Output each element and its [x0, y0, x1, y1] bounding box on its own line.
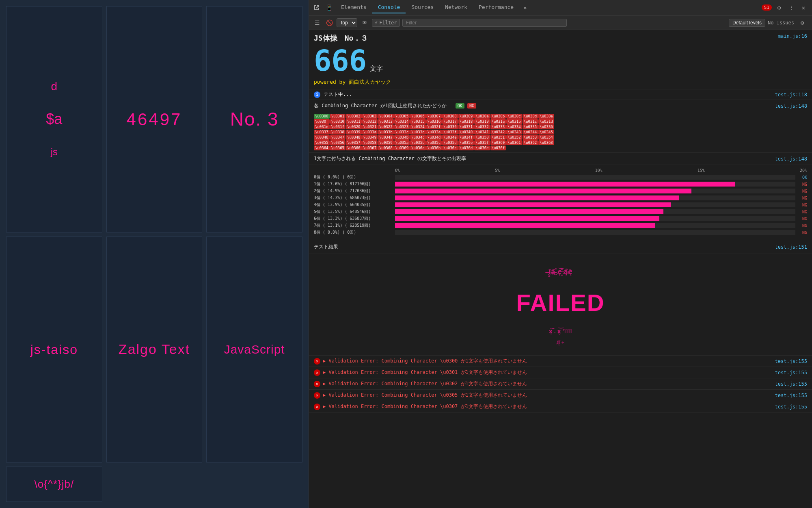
section1-link[interactable]: test.js:148	[775, 103, 807, 109]
grid-cell: \u0333	[490, 124, 506, 129]
grid-row: \u0300\u0301\u0302\u0303\u0304\u0305\u03…	[314, 114, 807, 119]
grid-cell: \u036f	[490, 145, 506, 150]
test-results-link[interactable]: test.js:151	[775, 244, 807, 250]
grid-cell: \u0356	[330, 140, 346, 145]
grid-cell: \u0369	[394, 145, 410, 150]
grid-cell: \u0349	[362, 135, 378, 140]
chart-bar	[395, 195, 679, 200]
title-line: JS体操 No．３ main.js:16	[314, 33, 807, 43]
section2-header: 1文字に付与される Combining Character の文字数とその出現率…	[309, 153, 812, 165]
error-link[interactable]: test.js:155	[775, 404, 807, 410]
error-rows: ✕▶ Validation Error: Combining Character…	[309, 356, 812, 412]
grid-cell: \u0357	[346, 140, 362, 145]
test-status-link[interactable]: test.js:118	[775, 92, 807, 98]
grid-cell: \u0346	[314, 135, 330, 140]
test-results-label: テスト結果	[314, 243, 338, 250]
grid-cell: \u0312	[362, 119, 378, 124]
card-1: d $a js	[6, 6, 102, 232]
grid-cell: \u033c	[394, 130, 410, 135]
error-link[interactable]: test.js:155	[775, 358, 807, 364]
info-icon: i	[314, 91, 320, 98]
grid-cell: \u030f	[314, 119, 330, 124]
grid-row: \u0364\u0365\u0366\u0367\u0368\u0369\u03…	[314, 145, 807, 150]
grid-cell: \u030e	[538, 114, 554, 119]
eye-icon[interactable]: 👁	[360, 18, 369, 28]
grid-cell: \u0324	[410, 124, 426, 129]
section2-label: 1文字に付与される Combining Character の文字数とその出現率	[314, 155, 466, 162]
more-tabs-icon[interactable]: »	[519, 2, 531, 13]
chart-status: OK	[797, 175, 807, 180]
error-text: ▶ Validation Error: Combining Character …	[323, 369, 773, 376]
grid-cell: \u0307	[426, 114, 442, 119]
tab-sources[interactable]: Sources	[406, 2, 439, 13]
chart-axis: 0% 5% 10% 15% 20%	[314, 168, 807, 173]
no-issues-button[interactable]: No Issues	[768, 20, 794, 26]
default-levels-button[interactable]: Default levels	[729, 19, 765, 27]
failed-text: ī̶̬̬a̵̤͂ ̵̤̉c̷̜͝ ̴̮͌a̸͓͊ẽ̷͎ FAILED x̵̙͠ …	[516, 262, 605, 347]
axis-15: 15%	[698, 168, 705, 173]
error-link[interactable]: test.js:155	[775, 370, 807, 376]
inspect-icon[interactable]	[311, 2, 322, 13]
error-icon: ✕	[314, 381, 320, 387]
chart-row: 2個 ( 14.9%) ( 717036回)NG	[314, 188, 807, 194]
sidebar-toggle[interactable]: ☰	[312, 18, 322, 28]
settings-icon[interactable]: ⚙	[773, 2, 785, 13]
console-output[interactable]: JS体操 No．３ main.js:16 666 文字 powered by 面…	[309, 30, 812, 508]
grid-row: \u031e\u031f\u0320\u0321\u0322\u0323\u03…	[314, 124, 807, 129]
card-3: No. 3	[206, 6, 302, 232]
chart-bar-container	[395, 195, 795, 200]
error-link[interactable]: test.js:155	[775, 393, 807, 398]
settings-icon2[interactable]: ⚙	[797, 17, 808, 28]
chart-label: 0個 ( 0.0%) ( 0回)	[314, 174, 395, 180]
axis-20: 20%	[800, 168, 807, 173]
grid-cell: \u035b	[410, 140, 426, 145]
card-7: \o{^*}jb/	[6, 467, 102, 502]
device-icon[interactable]: 📱	[323, 2, 335, 13]
grid-cell: \u031f	[330, 124, 346, 129]
error-row: ✕▶ Validation Error: Combining Character…	[309, 367, 812, 378]
context-selector[interactable]: top	[337, 18, 357, 27]
chart-row: 4個 ( 13.9%) ( 664035回)NG	[314, 202, 807, 208]
error-row: ✕▶ Validation Error: Combining Character…	[309, 356, 812, 367]
tab-performance[interactable]: Performance	[473, 2, 519, 13]
test-status-line: i テスト中... test.js:118	[309, 89, 812, 100]
count-display: 666 文字	[314, 45, 807, 77]
tab-console[interactable]: Console	[372, 2, 406, 13]
grid-cell: \u0359	[378, 140, 394, 145]
grid-cell: \u0315	[410, 119, 426, 124]
chart-row: 3個 ( 14.3%) ( 686073回)NG	[314, 195, 807, 201]
axis-10: 10%	[595, 168, 602, 173]
title-link[interactable]: main.js:16	[778, 33, 807, 39]
grid-cell: \u0303	[362, 114, 378, 119]
tab-elements[interactable]: Elements	[335, 2, 372, 13]
chart-status: NG	[797, 210, 807, 214]
close-icon[interactable]: ✕	[798, 2, 809, 13]
count-unit: 文字	[370, 65, 383, 72]
section2-link[interactable]: test.js:148	[775, 156, 807, 162]
chart-bar-container	[395, 202, 795, 207]
grid-cell: \u0341	[474, 130, 490, 135]
tab-network[interactable]: Network	[439, 2, 473, 13]
grid-cell: \u0309	[458, 114, 474, 119]
grid-cell: \u0334	[506, 124, 522, 129]
more-options-icon[interactable]: ⋮	[786, 2, 797, 13]
error-icon: ✕	[314, 392, 320, 399]
grid-cell: \u0343	[506, 130, 522, 135]
clear-console[interactable]: 🚫	[324, 18, 334, 28]
filter-input[interactable]	[402, 19, 567, 27]
chart-label: 2個 ( 14.9%) ( 717036回)	[314, 188, 395, 194]
grid-cell: \u0300	[314, 114, 330, 119]
grid-cell: \u0313	[378, 119, 394, 124]
grid-cell: \u033b	[378, 130, 394, 135]
error-link[interactable]: test.js:155	[775, 381, 807, 387]
grid-cell: \u034e	[442, 135, 458, 140]
card-6: JavaScript	[206, 237, 302, 463]
ng-badge: NG	[467, 103, 476, 109]
grid-cell: \u0317	[442, 119, 458, 124]
filter-button[interactable]: ⚡ Filter	[372, 19, 400, 27]
grid-cell: \u0342	[490, 130, 506, 135]
chart-rows: 0個 ( 0.0%) ( 0回)OK1個 ( 17.0%) ( 817106回)…	[314, 174, 807, 235]
error-icon: ✕	[314, 369, 320, 376]
chart-bar-container	[395, 209, 795, 214]
grid-cell: \u0322	[378, 124, 394, 129]
